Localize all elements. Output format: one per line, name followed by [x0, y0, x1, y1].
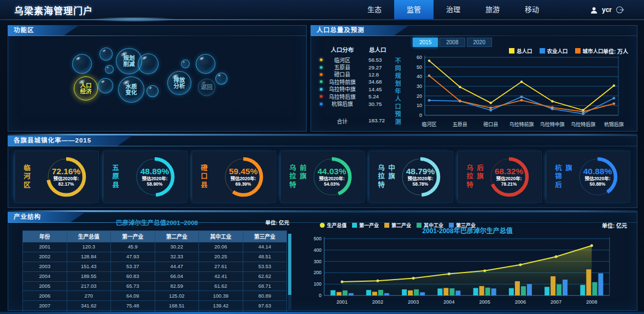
svg-text:2006: 2006 [515, 299, 526, 305]
year-tab[interactable]: 2020 [467, 38, 492, 47]
bubble-container: 规划 削减人口 经济水质 变化排放 分析返回 [8, 26, 306, 131]
urbanization-pct: 40.88% [583, 167, 612, 176]
urbanization-card[interactable]: 乌拉特前旗44.03%预估2020年:54.03% [280, 151, 365, 203]
svg-text:五原县: 五原县 [453, 122, 467, 127]
gdp-cell: 97.63 [243, 301, 287, 311]
gdp-cell: 30.22 [155, 242, 199, 252]
main-nav: 生态监管治理旅游移动 [355, 0, 552, 20]
divider [8, 146, 637, 146]
urbanization-card[interactable]: 乌拉特中旗48.79%预估2020年:58.78% [369, 151, 453, 203]
logout-icon[interactable] [616, 5, 624, 14]
year-tabs: 201520082020 [413, 38, 492, 47]
nav-item[interactable]: 监管 [394, 0, 434, 20]
county-label: 乌拉特中旗 [376, 164, 396, 189]
gdp-cell: 168.51 [155, 301, 199, 311]
year-tab[interactable]: 2015 [413, 38, 438, 47]
gdp-col-header: 第一产业 [111, 231, 155, 242]
user-icon [590, 6, 598, 14]
gdp-cell: 60.83 [111, 271, 155, 281]
function-bubble[interactable]: 水质 变化 [118, 76, 144, 103]
region-population: 14.45 [368, 86, 382, 92]
svg-text:临河区: 临河区 [421, 121, 436, 127]
table-scrollbar-track [288, 234, 291, 310]
panel-urbanization: 各旗县城镇化率——2015 临河区72.16%预估2020年:82.17%五原县… [8, 135, 637, 208]
gdp-cell: 44.47 [155, 262, 199, 271]
gdp-cell: 2001 [23, 242, 67, 252]
table-row: 2004189.5560.8366.0442.4162.62 [23, 271, 287, 281]
estimate-value: 58.78% [413, 181, 429, 187]
gdp-cell: 44.14 [243, 242, 287, 252]
function-bubble[interactable]: 返回 [198, 79, 215, 96]
gdp-cell: 53.53 [243, 262, 287, 271]
svg-text:2005: 2005 [479, 299, 490, 305]
estimate-label: 预估2020年: [142, 176, 167, 181]
donut-text: 59.45%预估2020年:69.39% [220, 153, 267, 200]
gdp-cell: 120.3 [67, 242, 111, 252]
urbanization-card[interactable]: 磴口县59.45%预估2020年:69.39% [192, 151, 276, 203]
svg-text:10: 10 [417, 103, 422, 108]
gdp-cell: 62.62 [243, 271, 287, 281]
region-population: 30.75 [368, 101, 382, 107]
gdp-cell: 2007 [23, 301, 67, 311]
region-population: 56.53 [368, 57, 382, 63]
urbanization-card[interactable]: 乌拉特后旗68.32%预估2020年:78.21% [458, 151, 542, 203]
gdp-col-header: 其中工业 [199, 231, 243, 242]
gdp-cell: 270 [67, 291, 111, 301]
region-name: 乌拉特前旗 [323, 78, 362, 86]
svg-text:200: 200 [314, 270, 321, 275]
gdp-cell: 65.73 [111, 281, 155, 291]
total-label: 合计 [323, 117, 362, 125]
function-bubble[interactable]: 人口 经济 [74, 76, 98, 100]
donut-gauge: 68.32%预估2020年:78.21% [485, 153, 532, 200]
function-bubble[interactable]: 排放 分析 [167, 71, 191, 95]
gdp-cell: 27.61 [199, 262, 243, 271]
gdp-table: 年份生产总值第一产业第二产业其中工业第三产业 2001120.345.930.2… [22, 230, 287, 314]
svg-text:20: 20 [417, 93, 422, 99]
urbanization-card[interactable]: 五原县48.89%预估2020年:58.90% [103, 151, 188, 203]
gdp-cell: 82.59 [155, 281, 199, 291]
gdp-cell: 61.62 [199, 281, 243, 291]
county-label: 五原县 [110, 164, 120, 189]
decor-bubble [98, 78, 113, 93]
nav-item[interactable]: 移动 [512, 0, 552, 20]
urbanization-card[interactable]: 临河区72.16%预估2020年:82.17% [15, 151, 99, 203]
svg-text:400: 400 [314, 247, 321, 253]
region-name: 杭锦后旗 [323, 100, 362, 108]
gdp-cell: 20.25 [199, 252, 243, 262]
gdp-col-header: 第二产业 [155, 231, 199, 242]
svg-text:30: 30 [417, 84, 422, 89]
gdp-table-block: 巴彦淖尔生产总值2001~2008 单位: 亿元 年份生产总值第一产业第二产业其… [22, 218, 291, 314]
table-row: 200627064.09125.02100.3980.89 [23, 291, 287, 301]
estimate-value: 58.90% [147, 181, 163, 187]
gdp-cell: 151.43 [67, 262, 111, 271]
donut-text: 48.79%预估2020年:58.78% [397, 153, 444, 200]
svg-text:磴口县: 磴口县 [483, 121, 498, 127]
table-row: 2001120.345.930.2220.0644.14 [23, 242, 287, 252]
gdp-cell: 75.48 [111, 301, 155, 311]
panel-population: 人口总量及预测 人口分布 总人口 临河区56.53五原县29.27磴口县12.8… [311, 25, 637, 132]
gdp-cell: 48.51 [243, 252, 287, 262]
county-label: 乌拉特后旗 [464, 164, 485, 189]
urbanization-pct: 44.03% [318, 167, 347, 176]
estimate-label: 预估2020年: [319, 176, 344, 181]
urbanization-card[interactable]: 杭锦后旗40.88%预估2020年:50.88% [546, 151, 630, 203]
region-population: 34.68 [368, 79, 382, 85]
donut-text: 44.03%预估2020年:54.03% [308, 153, 355, 200]
gdp-col-header: 第三产业 [243, 231, 287, 242]
estimate-value: 54.03% [324, 181, 340, 187]
svg-text:2008: 2008 [586, 299, 597, 305]
decor-bubble [99, 48, 113, 61]
county-label: 临河区 [21, 164, 32, 189]
table-scrollbar-thumb[interactable] [288, 234, 291, 295]
region-population: 29.27 [368, 64, 382, 70]
gdp-cell: 66.04 [155, 271, 199, 281]
gdp-cell: 217.03 [67, 281, 111, 291]
gdp-cell: 32.33 [155, 252, 199, 262]
year-tab[interactable]: 2008 [440, 38, 465, 47]
nav-item[interactable]: 旅游 [473, 0, 512, 20]
gdp-cell: 2006 [23, 291, 67, 301]
decor-bubble [138, 54, 159, 74]
nav-item[interactable]: 生态 [355, 0, 394, 20]
donut-text: 40.88%预估2020年:50.88% [574, 153, 621, 200]
nav-item[interactable]: 治理 [434, 0, 473, 20]
